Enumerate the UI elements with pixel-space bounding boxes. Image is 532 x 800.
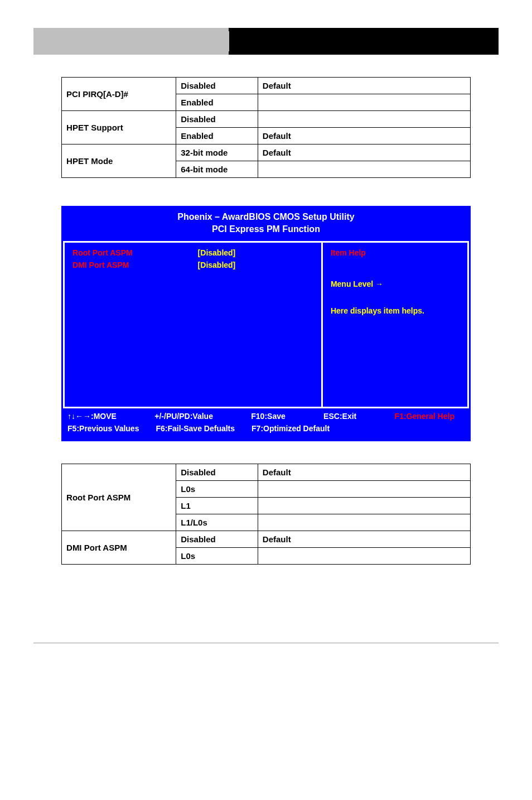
bios-footer: ↑↓←→:MOVE +/-/PU/PD:Value F10:Save ESC:E… [61, 408, 471, 441]
option-value: L1/L0s [176, 514, 258, 531]
bios-item-value: [Disabled] [198, 261, 236, 269]
option-default [258, 498, 470, 514]
option-default [258, 514, 470, 531]
bios-item-dmi-port: DMI Port ASPM [Disabled] [72, 261, 313, 269]
bios-key-exit: ESC:Exit [323, 412, 356, 421]
option-default [258, 548, 470, 565]
bios-key-prev-values: F5:Previous Values [67, 424, 139, 433]
header-left [33, 28, 229, 55]
table-row: HPET Mode32-bit modeDefault [62, 144, 471, 161]
bios-title: Phoenix – AwardBIOS CMOS Setup Utility P… [61, 206, 471, 241]
option-value: Disabled [176, 111, 258, 128]
option-default [258, 161, 470, 178]
option-value: 32-bit mode [176, 144, 258, 161]
option-value: L0s [176, 481, 258, 498]
bios-help-pane: Item Help Menu Level → Here displays ite… [323, 241, 469, 408]
footer-rule [33, 643, 499, 643]
option-default [258, 94, 470, 111]
option-value: L0s [176, 548, 258, 565]
option-value: Disabled [176, 464, 258, 481]
bios-key-failsafe: F6:Fail-Save Defualts [156, 424, 235, 433]
bios-key-optimized: F7:Optimized Default [252, 424, 330, 433]
option-default: Default [258, 144, 470, 161]
bios-key-value: +/-/PU/PD:Value [154, 412, 213, 421]
bios-key-move: ↑↓←→:MOVE [67, 412, 117, 421]
option-name: HPET Support [62, 111, 176, 144]
option-value: 64-bit mode [176, 161, 258, 178]
option-value: Disabled [176, 78, 258, 94]
option-name: HPET Mode [62, 144, 176, 178]
bios-title-line2: PCI Express PM Function [63, 223, 469, 238]
bios-item-label: Root Port ASPM [72, 248, 198, 257]
option-name: Root Port ASPM [62, 464, 176, 531]
table-row: HPET SupportDisabled [62, 111, 471, 128]
option-name: DMI Port ASPM [62, 531, 176, 565]
option-value: Enabled [176, 94, 258, 111]
bios-item-value: [Disabled] [198, 248, 236, 257]
option-default [258, 111, 470, 128]
options-table-1: PCI PIRQ[A-D]#DisabledDefaultEnabledHPET… [61, 77, 471, 178]
option-value: Enabled [176, 128, 258, 144]
option-default: Default [258, 128, 470, 144]
table-row: Root Port ASPMDisabledDefault [62, 464, 471, 481]
option-default: Default [258, 531, 470, 548]
bios-left-pane: Root Port ASPM [Disabled] DMI Port ASPM … [63, 241, 323, 408]
option-default: Default [258, 464, 470, 481]
bios-title-line1: Phoenix – AwardBIOS CMOS Setup Utility [63, 211, 469, 223]
bios-menu-level: Menu Level → [331, 279, 460, 288]
table-row: DMI Port ASPMDisabledDefault [62, 531, 471, 548]
bios-key-general-help: F1:General Help [395, 412, 454, 421]
option-default: Default [258, 78, 470, 94]
bios-key-save: F10:Save [251, 412, 285, 421]
option-value: L1 [176, 498, 258, 514]
bios-item-root-port: Root Port ASPM [Disabled] [72, 248, 313, 257]
options-table-2: Root Port ASPMDisabledDefaultL0sL1L1/L0s… [61, 464, 471, 565]
header-bar [33, 28, 499, 55]
table-row: PCI PIRQ[A-D]#DisabledDefault [62, 78, 471, 94]
option-value: Disabled [176, 531, 258, 548]
bios-help-title: Item Help [331, 248, 460, 257]
header-right [229, 28, 499, 55]
bios-screenshot: Phoenix – AwardBIOS CMOS Setup Utility P… [61, 206, 471, 441]
option-name: PCI PIRQ[A-D]# [62, 78, 176, 111]
bios-help-desc: Here displays item helps. [331, 305, 460, 317]
option-default [258, 481, 470, 498]
bios-item-label: DMI Port ASPM [72, 261, 198, 269]
